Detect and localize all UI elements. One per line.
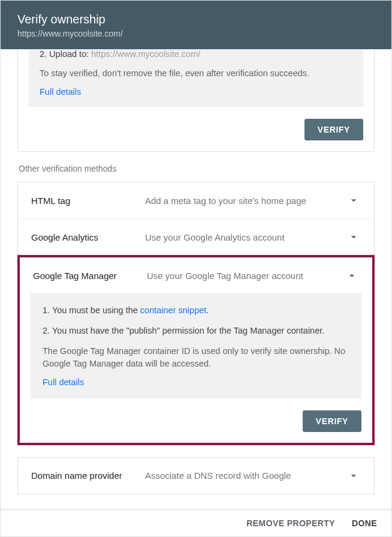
remove-property-button[interactable]: REMOVE PROPERTY	[246, 518, 335, 528]
other-methods-label: Other verification methods	[19, 164, 375, 173]
method-domain-provider[interactable]: Domain name provider Associate a DNS rec…	[18, 458, 374, 494]
verify-button[interactable]: VERIFY	[304, 119, 363, 140]
full-details-link[interactable]: Full details	[40, 87, 81, 97]
upload-step: 2. Upload to: https://www.mycoolsite.com…	[40, 49, 352, 59]
method-html-tag[interactable]: HTML tag Add a meta tag to your site's h…	[18, 182, 374, 218]
method-desc: Associate a DNS record with Google	[145, 470, 346, 481]
stay-verified-note: To stay verified, don't remove the file,…	[40, 67, 352, 80]
dialog-subtitle-url: https://www.mycoolsite.com/	[17, 29, 375, 38]
container-snippet-link[interactable]: container snippet	[140, 305, 206, 315]
dialog-title: Verify ownership	[17, 13, 375, 26]
method-desc: Use your Google Analytics account	[145, 232, 346, 242]
file-upload-details: 2. Upload to: https://www.mycoolsite.com…	[29, 49, 363, 107]
method-google-tag-manager[interactable]: Google Tag Manager Use your Google Tag M…	[20, 257, 372, 293]
dialog-footer: REMOVE PROPERTY DONE	[1, 509, 391, 536]
dialog-content[interactable]: 2. Upload to: https://www.mycoolsite.com…	[1, 49, 391, 509]
chevron-down-icon	[346, 231, 361, 243]
chevron-up-icon	[345, 269, 359, 281]
verify-row: VERIFY	[18, 115, 374, 151]
chevron-down-icon	[346, 194, 361, 206]
upload-step-url: https://www.mycoolsite.com/	[91, 49, 200, 59]
gtm-verify-row: VERIFY	[20, 407, 372, 443]
method-gtm-highlighted: Google Tag Manager Use your Google Tag M…	[17, 255, 375, 445]
gtm-full-details-link[interactable]: Full details	[43, 377, 84, 387]
gtm-note: The Google Tag Manager container ID is u…	[43, 345, 349, 370]
method-name: Domain name provider	[31, 470, 145, 481]
dns-method-card: Domain name provider Associate a DNS rec…	[17, 457, 375, 494]
method-desc: Add a meta tag to your site's home page	[145, 196, 346, 206]
gtm-step-2: You must have the "publish" permission f…	[43, 325, 349, 338]
gtm-expanded-body: You must be using the container snippet.…	[20, 293, 372, 443]
gtm-details: You must be using the container snippet.…	[31, 293, 361, 398]
method-name: Google Tag Manager	[33, 271, 147, 281]
done-button[interactable]: DONE	[352, 518, 377, 528]
gtm-step-1: You must be using the container snippet.	[43, 304, 349, 317]
chevron-down-icon	[346, 470, 361, 482]
gtm-step1-pre: You must be using the	[52, 305, 140, 315]
method-google-analytics[interactable]: Google Analytics Use your Google Analyti…	[18, 218, 374, 255]
dialog-header: Verify ownership https://www.mycoolsite.…	[1, 1, 391, 49]
gtm-verify-button[interactable]: VERIFY	[303, 410, 361, 432]
verify-ownership-dialog: Verify ownership https://www.mycoolsite.…	[0, 0, 392, 537]
method-name: Google Analytics	[31, 232, 145, 242]
method-desc: Use your Google Tag Manager account	[147, 271, 345, 281]
method-name: HTML tag	[31, 196, 145, 206]
other-methods-card: HTML tag Add a meta tag to your site's h…	[17, 182, 375, 255]
gtm-step1-post: .	[206, 305, 209, 315]
recommended-method-card: 2. Upload to: https://www.mycoolsite.com…	[17, 49, 375, 152]
upload-step-label: 2. Upload to:	[40, 49, 89, 59]
